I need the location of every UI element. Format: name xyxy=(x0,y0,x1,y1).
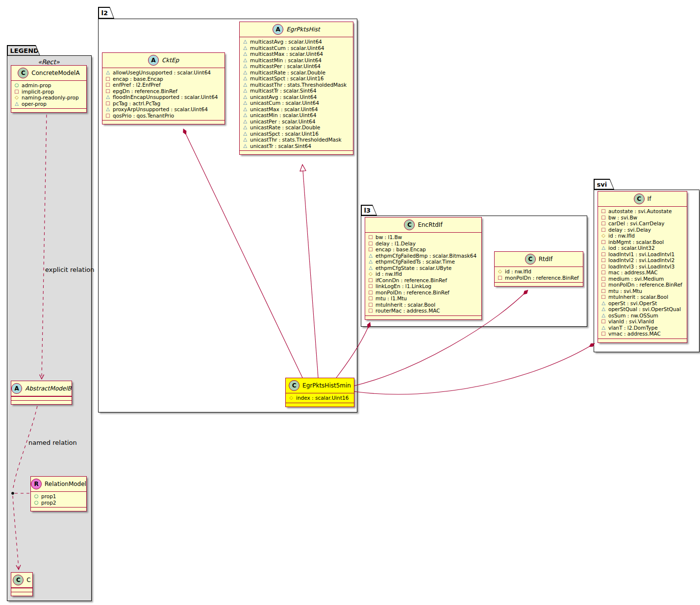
class-encrtdif[interactable]: C EncRtdIf □bw : l1.Bw□delay : l1.Delay□… xyxy=(365,217,482,320)
square-visibility-icon: □ xyxy=(600,288,606,294)
class-svi-if[interactable]: C If □autostate : svi.Autostate□bw : svi… xyxy=(598,191,687,343)
class-footer xyxy=(240,150,353,154)
class-concretemodela[interactable]: C ConcreteModelA ○admin-prop□implicit-pr… xyxy=(11,65,87,113)
circle-visibility-icon: ○ xyxy=(14,82,20,89)
explicit-relation-label: explicit relation xyxy=(45,266,94,273)
attribute-text: iod : scalar.Uint32 xyxy=(608,245,655,251)
attribute-row: □vmac : address.MAC xyxy=(598,331,687,337)
attribute-list: ○admin-prop□implicit-prop◇naming-readonl… xyxy=(11,81,86,108)
class-name: AbstractModelB xyxy=(25,385,72,392)
square-visibility-icon: □ xyxy=(368,241,374,247)
class-empty-compartment xyxy=(11,588,32,592)
attribute-row: △unicastRate : scalar.Double xyxy=(240,124,353,131)
attribute-text: qosPrio : qos.TenantPrio xyxy=(113,113,174,119)
attribute-row: □monPolDn : reference.BinRef xyxy=(365,290,481,296)
attribute-text: index : scalar.Uint16 xyxy=(296,395,349,401)
package-l2-name: l2 xyxy=(101,9,108,17)
relation-class-icon: R xyxy=(31,479,42,489)
attribute-row: □loadIntvl3 : svi.LoadIntvl3 xyxy=(598,264,687,270)
attribute-text: allowUsegUnsupported : scalar.Uint64 xyxy=(113,70,211,76)
legend-stereotype: «Rect» xyxy=(7,58,91,66)
attribute-row: □medium : svi.Medium xyxy=(598,276,687,282)
class-title: C EncRtdIf xyxy=(365,218,481,233)
attribute-list: △allowUsegUnsupported : scalar.Uint64□en… xyxy=(102,68,225,120)
class-name: If xyxy=(648,195,651,202)
attribute-row: □encap : base.Encap xyxy=(365,246,481,253)
class-relationmodel[interactable]: R RelationModel ○prop1○prop2 xyxy=(30,476,87,511)
class-egrpktshist5min[interactable]: C EgrPktsHist5min ◇index : scalar.Uint16 xyxy=(285,378,354,407)
class-egrpktshist[interactable]: A EgrPktsHist △multicastAvg : scalar.Uin… xyxy=(239,22,353,155)
square-visibility-icon: □ xyxy=(368,283,374,290)
class-title: A CktEp xyxy=(102,53,225,68)
triangle-visibility-icon: △ xyxy=(600,245,606,251)
class-name: EgrPktsHist xyxy=(286,26,320,33)
triangle-visibility-icon: △ xyxy=(105,70,111,76)
attribute-text: implicit-prop xyxy=(22,89,54,95)
class-abstractmodelb[interactable]: A AbstractModelB xyxy=(11,381,72,405)
attribute-text: delay : svi.Delay xyxy=(608,227,651,233)
class-title: C ConcreteModelA xyxy=(11,66,86,81)
triangle-visibility-icon: △ xyxy=(242,100,248,106)
diamond-visibility-icon: ◇ xyxy=(14,95,20,101)
attribute-text: inbMgmt : scalar.Bool xyxy=(608,239,664,245)
attribute-row: △multicastRate : scalar.Double xyxy=(240,70,353,76)
attribute-row: ◇id : nw.IfId xyxy=(495,268,583,275)
attribute-text: naming-readonly-prop xyxy=(22,95,79,101)
attribute-row: ○prop2 xyxy=(31,500,86,506)
attribute-text: unicastPer : scalar.Uint64 xyxy=(250,119,315,125)
triangle-visibility-icon: △ xyxy=(242,143,248,149)
attribute-text: ethpmCfgFailedTs : scalar.Time xyxy=(375,259,455,265)
triangle-visibility-icon: △ xyxy=(105,106,111,113)
attribute-row: △multicastMin : scalar.Uint64 xyxy=(240,57,353,64)
attribute-list: ◇index : scalar.Uint16 xyxy=(286,393,354,403)
attribute-row: △ethpmCfgState : scalar.UByte xyxy=(365,265,481,271)
class-name: CktEp xyxy=(162,57,179,64)
triangle-visibility-icon: △ xyxy=(242,39,248,45)
attribute-row: □bw : svi.Bw xyxy=(598,215,687,221)
attribute-text: unicastMax : scalar.Uint64 xyxy=(250,106,318,113)
attribute-text: operStQual : svi.OperStQual xyxy=(608,306,681,313)
class-icon: C xyxy=(525,254,536,265)
class-c[interactable]: C C xyxy=(11,572,33,596)
attribute-text: unicastSpct : scalar.Uint16 xyxy=(250,131,319,137)
attribute-row: ◇naming-readonly-prop xyxy=(11,95,86,101)
attribute-row: □enfPref : l2.EnfPref xyxy=(102,82,225,88)
attribute-row: △multicastMax : scalar.Uint64 xyxy=(240,51,353,57)
package-legend-tab: LEGEND xyxy=(7,45,40,56)
class-title: C If xyxy=(598,192,687,207)
attribute-row: □epgDn : reference.BinRef xyxy=(102,88,225,95)
attribute-row: △floodInEncapUnsupported : scalar.Uint64 xyxy=(102,94,225,100)
attribute-text: multicastCum : scalar.Uint64 xyxy=(250,45,325,51)
attribute-text: prop1 xyxy=(41,493,56,500)
square-visibility-icon: □ xyxy=(497,275,503,281)
attribute-text: enfPref : l2.EnfPref xyxy=(113,82,161,88)
class-empty-compartment xyxy=(11,592,32,596)
class-rtdif[interactable]: C RtdIf ◇id : nw.IfId□monPolDn : referen… xyxy=(494,251,583,287)
square-visibility-icon: □ xyxy=(600,294,606,300)
square-visibility-icon: □ xyxy=(105,82,111,88)
square-visibility-icon: □ xyxy=(600,318,606,325)
triangle-visibility-icon: △ xyxy=(242,88,248,94)
triangle-visibility-icon: △ xyxy=(600,306,606,313)
class-cktep[interactable]: A CktEp △allowUsegUnsupported : scalar.U… xyxy=(102,52,225,124)
attribute-row: △unicastCum : scalar.Uint64 xyxy=(240,100,353,106)
attribute-row: ○prop1 xyxy=(31,493,86,500)
class-footer xyxy=(11,108,86,112)
attribute-text: encap : base.Encap xyxy=(375,246,426,253)
class-empty-compartment xyxy=(11,400,72,404)
attribute-row: △multicastAvg : scalar.Uint64 xyxy=(240,39,353,45)
abstract-class-icon: A xyxy=(148,55,159,66)
attribute-row: □delay : l1.Delay xyxy=(365,241,481,247)
class-footer xyxy=(102,120,225,124)
attribute-row: △operSt : svi.OperSt xyxy=(598,300,687,307)
triangle-visibility-icon: △ xyxy=(242,57,248,64)
triangle-visibility-icon: △ xyxy=(600,300,606,307)
attribute-text: ethpmCfgFailedBmp : scalar.Bitmask64 xyxy=(375,253,476,259)
attribute-row: △unicastTr : scalar.Sint64 xyxy=(240,143,353,149)
package-svi-name: svi xyxy=(597,181,607,188)
composition-edge-svi-if xyxy=(353,343,595,394)
attribute-text: vlanId : svi.VlanId xyxy=(608,318,654,325)
class-icon: C xyxy=(13,575,24,585)
attribute-text: epgDn : reference.BinRef xyxy=(113,88,177,95)
attribute-row: △unicastAvg : scalar.Uint64 xyxy=(240,94,353,100)
